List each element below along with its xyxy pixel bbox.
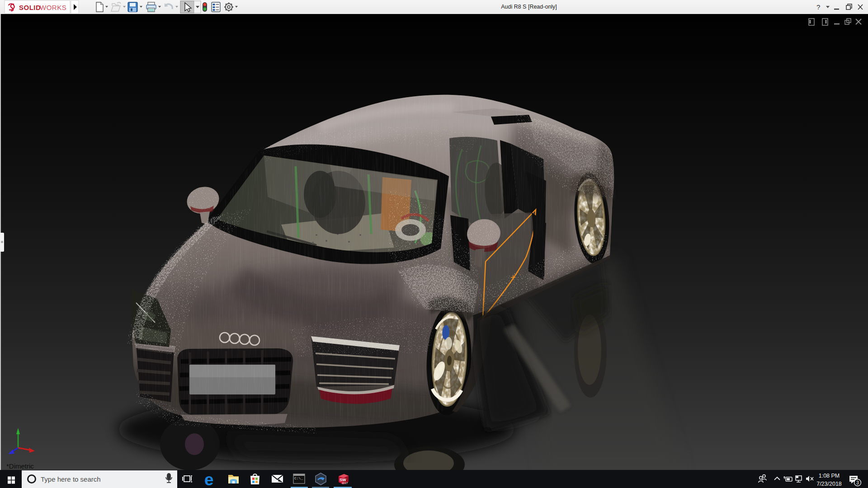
svg-text:1:08 PM: 1:08 PM: [819, 473, 840, 479]
svg-text:WORKS: WORKS: [40, 4, 66, 11]
svg-text:3: 3: [856, 480, 859, 485]
svg-text:?: ?: [816, 3, 820, 11]
svg-text:7/23/2018: 7/23/2018: [816, 481, 842, 487]
svg-text:SOLID: SOLID: [19, 4, 41, 11]
svg-text:e: e: [204, 470, 214, 488]
svg-text:C:\_: C:\_: [294, 476, 303, 480]
svg-text:2017: 2017: [342, 482, 348, 484]
